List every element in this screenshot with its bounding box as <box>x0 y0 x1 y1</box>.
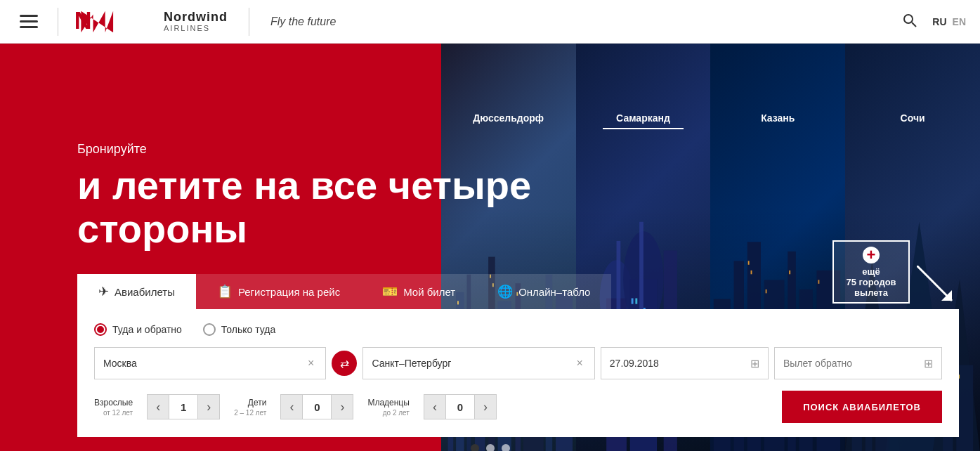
children-value: 0 <box>303 394 331 419</box>
lang-switcher: RU EN <box>932 16 966 27</box>
children-stepper: ‹ 0 › <box>280 394 353 419</box>
adults-group: Взрослые от 12 лет <box>94 398 133 417</box>
dot-3[interactable] <box>502 444 510 451</box>
city-tab-dusseldorf[interactable]: Дюссельдорф <box>441 107 576 129</box>
tab-flights-label: Авиабилеты <box>115 286 175 298</box>
infants-decrement[interactable]: ‹ <box>424 394 446 419</box>
more-cities-plus-icon: + <box>863 247 880 263</box>
logo-sub: Airlines <box>164 24 228 32</box>
logo-text: Nordwind Airlines <box>164 11 228 33</box>
svg-text:N: N <box>74 8 92 34</box>
myticket-icon: 🎫 <box>382 284 398 299</box>
header-tagline: Fly the future <box>270 15 884 28</box>
booking-tabs: ✈ Авиабилеты 📋 Регистрация на рейс 🎫 Мой… <box>77 274 959 309</box>
dot-1[interactable] <box>471 444 479 451</box>
svg-line-3 <box>912 22 916 27</box>
children-decrement[interactable]: ‹ <box>280 394 303 419</box>
tab-myticket-label: Мой билет <box>403 286 455 298</box>
return-date-input[interactable] <box>783 358 924 369</box>
header: N Nordwind Airlines Fly the future RU EN <box>0 0 980 44</box>
adults-sublabel: от 12 лет <box>103 409 133 417</box>
city-tab-sochi[interactable]: Сочи <box>845 107 980 129</box>
infants-sublabel: до 2 лет <box>383 409 410 417</box>
children-label: Дети <box>248 398 267 408</box>
tab-checkin-label: Регистрация на рейс <box>238 286 340 298</box>
route-inputs-row: × ⇄ × ⊞ ⊞ <box>94 347 942 379</box>
tab-checkin[interactable]: 📋 Регистрация на рейс <box>196 274 361 309</box>
from-field[interactable]: × <box>94 347 326 379</box>
city-names-row: Дюссельдорф Самарканд Казань Сочи <box>441 107 980 129</box>
round-trip-radio[interactable] <box>94 323 107 336</box>
logo-icon: N <box>72 8 157 36</box>
return-date-field[interactable]: ⊞ <box>774 347 942 379</box>
round-trip-label: Туда и обратно <box>112 324 182 335</box>
round-trip-option[interactable]: Туда и обратно <box>94 323 182 336</box>
children-sublabel: 2 – 12 лет <box>234 409 266 417</box>
to-input[interactable] <box>372 358 573 369</box>
one-way-label: Только туда <box>221 324 275 335</box>
adults-value: 1 <box>169 394 197 419</box>
svg-point-2 <box>904 15 913 23</box>
departures-icon: 🌐 <box>497 284 513 299</box>
from-input[interactable] <box>103 358 305 369</box>
tab-flights[interactable]: ✈ Авиабилеты <box>77 274 196 309</box>
flights-icon: ✈ <box>98 284 109 299</box>
to-clear-button[interactable]: × <box>573 356 585 371</box>
booking-form: Туда и обратно Только туда × ⇄ × <box>77 309 959 437</box>
infants-increment[interactable]: › <box>474 394 497 419</box>
one-way-radio[interactable] <box>203 323 216 336</box>
menu-button[interactable] <box>14 9 44 34</box>
infants-stepper: ‹ 0 › <box>424 394 497 419</box>
date-calendar-icon: ⊞ <box>750 357 759 370</box>
checkin-icon: 📋 <box>217 284 233 299</box>
adults-stepper: ‹ 1 › <box>147 394 220 419</box>
tab-myticket[interactable]: 🎫 Мой билет <box>361 274 476 309</box>
from-clear-button[interactable]: × <box>305 356 317 371</box>
lang-en[interactable]: EN <box>953 16 966 27</box>
return-calendar-icon: ⊞ <box>924 357 933 370</box>
header-divider-2 <box>249 8 249 36</box>
search-icon <box>903 13 917 27</box>
one-way-option[interactable]: Только туда <box>203 323 275 336</box>
city-tab-kazan[interactable]: Казань <box>710 107 845 129</box>
logo[interactable]: N Nordwind Airlines <box>72 8 228 36</box>
trip-type-row: Туда и обратно Только туда <box>94 323 942 336</box>
booking-panel: ✈ Авиабилеты 📋 Регистрация на рейс 🎫 Мой… <box>77 274 959 437</box>
to-field[interactable]: × <box>362 347 594 379</box>
children-group: Дети 2 – 12 лет <box>234 398 266 417</box>
hero-subtitle: Бронируйте <box>77 142 569 157</box>
adults-label: Взрослые <box>94 398 133 408</box>
swap-route-button[interactable]: ⇄ <box>332 351 357 376</box>
infants-label: Младенцы <box>367 398 409 408</box>
lang-ru[interactable]: RU <box>932 16 946 27</box>
carousel-dots <box>471 444 510 451</box>
logo-brand: Nordwind <box>164 11 228 25</box>
infants-value: 0 <box>446 394 474 419</box>
adults-decrement[interactable]: ‹ <box>147 394 169 419</box>
city-tab-samarkand[interactable]: Самарканд <box>576 107 711 129</box>
children-increment[interactable]: › <box>331 394 353 419</box>
date-input[interactable] <box>610 358 750 369</box>
header-divider-1 <box>58 8 58 36</box>
search-flights-button[interactable]: ПОИСК АВИАБИЛЕТОВ <box>782 391 942 423</box>
hero-content: Бронируйте и летите на все четыре сторон… <box>77 142 569 250</box>
adults-increment[interactable]: › <box>197 394 220 419</box>
infants-group: Младенцы до 2 лет <box>367 398 409 417</box>
hero-section: Дюссельдорф Самарканд Казань Сочи Бронир… <box>0 44 980 451</box>
passengers-row: Взрослые от 12 лет ‹ 1 › Дети 2 – 12 лет… <box>94 391 942 423</box>
dot-2[interactable] <box>486 444 495 451</box>
hero-title: и летите на все четыре стороны <box>77 164 569 250</box>
tab-departures-label: Онлайн–табло <box>518 286 590 298</box>
svg-rect-40 <box>748 261 750 264</box>
tab-departures[interactable]: 🌐 Онлайн–табло <box>476 274 611 309</box>
header-right: RU EN <box>899 9 966 34</box>
search-button[interactable] <box>899 9 921 34</box>
date-field[interactable]: ⊞ <box>601 347 769 379</box>
